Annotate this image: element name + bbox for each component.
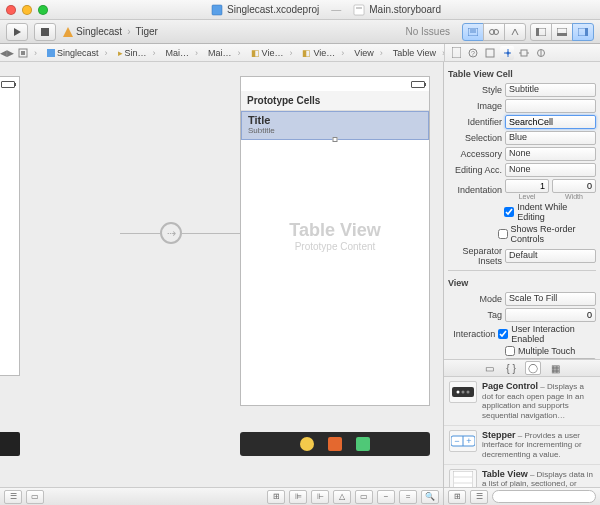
- outline-toggle-button[interactable]: ☰: [4, 490, 22, 504]
- identifier-field[interactable]: [505, 115, 596, 129]
- storyboard-icon: [353, 4, 365, 16]
- object-library-tab[interactable]: ◯: [525, 361, 541, 375]
- crumb-0[interactable]: Singlecast: [43, 48, 114, 58]
- tag-field[interactable]: [505, 308, 596, 322]
- resize-handle[interactable]: [333, 137, 338, 142]
- zoom-out-button[interactable]: −: [377, 490, 395, 504]
- table-view-scene[interactable]: Prototype Cells Title Subtitle Table Vie…: [240, 76, 430, 406]
- assistant-editor-button[interactable]: [483, 23, 505, 41]
- pin-button[interactable]: ⊩: [311, 490, 329, 504]
- selection-select[interactable]: Blue: [505, 131, 596, 145]
- sep-insets-select[interactable]: Default: [505, 249, 596, 263]
- svg-marker-5: [63, 27, 73, 37]
- library-item-page-control[interactable]: Page Control – Displays a dot for each o…: [444, 377, 600, 426]
- minimize-window-button[interactable]: [22, 5, 32, 15]
- segue[interactable]: ⇢: [120, 222, 252, 244]
- editor-mode-group: [462, 23, 526, 41]
- utilities-panel: Table View Cell StyleSubtitle Image Iden…: [444, 62, 600, 505]
- left-scene-dock[interactable]: n Controller: [0, 432, 20, 456]
- crumb-4[interactable]: ◧Vie…: [247, 48, 299, 58]
- xcodeproj-icon: [211, 4, 223, 16]
- svg-rect-12: [536, 28, 539, 36]
- exit-icon[interactable]: [328, 437, 342, 451]
- crumb-6[interactable]: View: [350, 48, 388, 58]
- forward-button[interactable]: ▶: [7, 46, 14, 60]
- version-editor-button[interactable]: [504, 23, 526, 41]
- library-search-input[interactable]: [492, 490, 596, 503]
- file-templates-tab[interactable]: ▭: [481, 361, 497, 375]
- image-label: Image: [448, 101, 502, 111]
- scheme-icon: [62, 26, 74, 38]
- window-titlebar: Singlecast.xcodeproj — Main.storyboard: [0, 0, 600, 20]
- scene-dock[interactable]: [240, 432, 430, 456]
- crumb-3[interactable]: Mai…: [204, 48, 247, 58]
- inspector-attributes-tab[interactable]: [500, 46, 514, 60]
- inspector-connections-tab[interactable]: [534, 46, 548, 60]
- standard-editor-button[interactable]: [462, 23, 484, 41]
- code-snippets-tab[interactable]: { }: [503, 361, 519, 375]
- library-item-stepper[interactable]: −+ Stepper – Provides a user interface f…: [444, 426, 600, 465]
- crumb-7[interactable]: Table View: [389, 48, 444, 58]
- zoom-actual-button[interactable]: =: [399, 490, 417, 504]
- scheme-selector[interactable]: Singlecast: [76, 26, 122, 37]
- jumpbar: ◀ ▶ Singlecast ▸Sin… Mai… Mai… ◧Vie… ◧Vi…: [0, 44, 600, 62]
- inspector-help-tab[interactable]: ?: [466, 46, 480, 60]
- editing-acc-select[interactable]: None: [505, 163, 596, 177]
- toggle-utilities-button[interactable]: [572, 23, 594, 41]
- image-select[interactable]: [505, 99, 596, 113]
- page-control-icon: [449, 381, 477, 403]
- prototype-cells-header: Prototype Cells: [241, 91, 429, 111]
- document-button[interactable]: ▭: [26, 490, 44, 504]
- zoom-window-button[interactable]: [38, 5, 48, 15]
- crumb-5[interactable]: ◧Vie…: [298, 48, 350, 58]
- style-select[interactable]: Subtitle: [505, 83, 596, 97]
- crumb-related[interactable]: [14, 48, 43, 58]
- crumb-2[interactable]: Mai…: [162, 48, 205, 58]
- device-selector[interactable]: Tiger: [135, 26, 157, 37]
- library-view-grid-button[interactable]: ⊞: [448, 490, 466, 504]
- first-responder-icon[interactable]: [300, 437, 314, 451]
- library-item-table-view[interactable]: Table View – Displays data in a list of …: [444, 465, 600, 487]
- current-file-label: Main.storyboard: [369, 4, 441, 15]
- indentation-level-field[interactable]: [505, 179, 549, 193]
- multiple-touch-checkbox[interactable]: Multiple Touch: [505, 346, 575, 356]
- accessory-select[interactable]: None: [505, 147, 596, 161]
- library-footer: ⊞ ☰: [444, 487, 600, 505]
- media-library-tab[interactable]: ▦: [547, 361, 563, 375]
- any-any-button[interactable]: ⊞: [267, 490, 285, 504]
- inspector-size-tab[interactable]: [517, 46, 531, 60]
- prototype-cell[interactable]: Title Subtitle: [241, 111, 429, 140]
- table-view-title: Table View: [241, 220, 429, 241]
- toggle-navigator-button[interactable]: [530, 23, 552, 41]
- left-scene[interactable]: n Controller: [0, 76, 20, 376]
- indentation-width-field[interactable]: [552, 179, 596, 193]
- title-separator: —: [331, 4, 341, 15]
- view-controller-icon[interactable]: [356, 437, 370, 451]
- resizing-button[interactable]: ▭: [355, 490, 373, 504]
- table-view-icon: [449, 469, 477, 487]
- svg-rect-18: [21, 51, 25, 55]
- accessory-label: Accessory: [448, 149, 502, 159]
- align-button[interactable]: ⊫: [289, 490, 307, 504]
- svg-rect-14: [557, 33, 567, 36]
- user-interaction-checkbox[interactable]: User Interaction Enabled: [498, 324, 596, 344]
- toggle-debug-button[interactable]: [551, 23, 573, 41]
- storyboard-canvas[interactable]: n Controller n Controller ⇢ Prototype Ce…: [0, 62, 444, 505]
- shows-reorder-checkbox[interactable]: Shows Re-order Controls: [498, 224, 596, 244]
- library-view-list-button[interactable]: ☰: [470, 490, 488, 504]
- svg-rect-23: [486, 49, 494, 57]
- inspector-identity-tab[interactable]: [483, 46, 497, 60]
- indent-while-editing-checkbox[interactable]: Indent While Editing: [504, 202, 596, 222]
- back-button[interactable]: ◀: [0, 46, 7, 60]
- zoom-in-button[interactable]: 🔍: [421, 490, 439, 504]
- svg-rect-37: [453, 471, 473, 487]
- run-button[interactable]: [6, 23, 28, 41]
- indentation-label: Indentation: [448, 185, 502, 195]
- close-window-button[interactable]: [6, 5, 16, 15]
- crumb-1[interactable]: ▸Sin…: [114, 48, 162, 58]
- resolve-button[interactable]: △: [333, 490, 351, 504]
- inspector-file-tab[interactable]: [449, 46, 463, 60]
- stop-button[interactable]: [34, 23, 56, 41]
- svg-text:−: −: [454, 436, 459, 446]
- mode-select[interactable]: Scale To Fill: [505, 292, 596, 306]
